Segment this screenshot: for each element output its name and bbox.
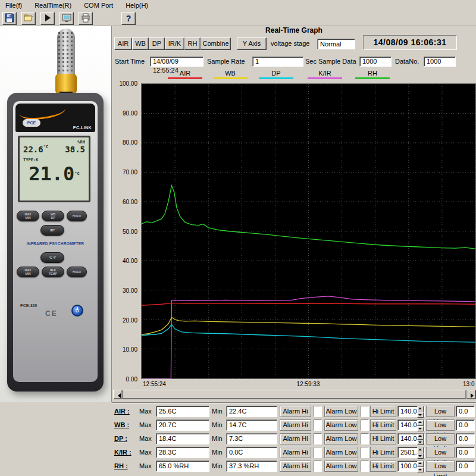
- max-label: Max: [139, 447, 155, 458]
- max-value: 25.6C: [156, 406, 209, 417]
- spinner-control[interactable]: [417, 406, 424, 418]
- spinner-control[interactable]: [417, 434, 424, 445]
- alarm-hi-lamp: [314, 419, 322, 431]
- scroll-left-arrow[interactable]: [113, 390, 123, 399]
- hi-limit-input[interactable]: 100.0: [397, 461, 425, 472]
- legend-item-rh: RH: [355, 70, 390, 79]
- y-tick: 0.00: [112, 376, 137, 383]
- alarm-hi-lamp: [314, 461, 322, 472]
- table-row-air: AIR :Max25.6CMin22.4CAlarm HiAlarm LowHi…: [112, 406, 476, 418]
- page-title: Real-Time Graph: [112, 26, 476, 35]
- menu-bar: File(f) RealTime(R) COM Port Help(H): [0, 0, 476, 11]
- low-limit-input[interactable]: 0.0: [456, 419, 475, 431]
- chart-lines: [142, 84, 475, 378]
- monitor-button[interactable]: [60, 12, 74, 25]
- max-label: Max: [139, 406, 155, 417]
- low-limit-input[interactable]: 0.0: [456, 433, 475, 444]
- table-row-dp: DP :Max18.4CMin7.3CAlarm HiAlarm LowHi L…: [112, 433, 476, 445]
- row-name: DP :: [114, 433, 140, 444]
- device-header: PCE PC-LINK: [15, 104, 95, 132]
- alarm-low-lamp: [361, 406, 369, 417]
- tab-wb[interactable]: WB: [132, 37, 149, 50]
- low-limit-input[interactable]: 0.0: [456, 447, 475, 458]
- alarm-low-label: Alarm Low: [324, 447, 358, 458]
- sec-label: Sec: [305, 58, 317, 65]
- table-row-kir: K/IR :Max28.3CMin0.0CAlarm HiAlarm LowHi…: [112, 447, 476, 459]
- legend-label: WB: [213, 70, 248, 77]
- probe-vents: [57, 31, 75, 73]
- device-product-label: INFRARED PSYCHROMETER: [13, 242, 98, 246]
- tab-combine[interactable]: Combine: [201, 37, 231, 50]
- horizontal-scrollbar[interactable]: [113, 390, 476, 399]
- spinner-control[interactable]: [417, 461, 424, 472]
- y-tick: 100.00: [112, 80, 137, 87]
- print-button[interactable]: [79, 12, 93, 25]
- device-button-irk-temp: IR-KTEMP: [42, 267, 64, 277]
- x-tick-end: 13:0: [463, 381, 474, 387]
- hi-limit-input[interactable]: 140.0: [397, 406, 425, 417]
- sample-data-value: 1000: [359, 57, 392, 67]
- tab-air[interactable]: AIR: [114, 37, 132, 50]
- scroll-right-arrow[interactable]: [466, 390, 476, 399]
- readings-table: AIR :Max25.6CMin22.4CAlarm HiAlarm LowHi…: [112, 406, 476, 474]
- hi-limit-label: Hi Limit: [370, 419, 396, 431]
- min-label: Min: [212, 419, 226, 431]
- device-model-label: PCE-320: [20, 303, 37, 308]
- legend-item-kir: K/IR: [308, 70, 342, 79]
- hi-limit-input[interactable]: 140.0: [397, 419, 425, 431]
- low-limit-input[interactable]: 0.0: [456, 406, 475, 417]
- min-label: Min: [212, 433, 226, 444]
- help-button[interactable]: ?: [121, 12, 136, 25]
- alarm-low-lamp: [361, 447, 369, 458]
- lcd-humidity: 38.5: [65, 145, 85, 154]
- low-limit-label: Low Limit: [426, 447, 455, 458]
- play-icon: [43, 13, 52, 24]
- device-body: PCE PC-LINK %RH 22.6°C 38.5 TYPE-K 21.0°…: [7, 93, 104, 392]
- voltage-stage-value[interactable]: Normal: [317, 39, 355, 49]
- toolbar: ?: [0, 11, 476, 26]
- spinner-control[interactable]: [417, 447, 424, 459]
- hi-limit-input[interactable]: 140.0: [397, 433, 425, 444]
- min-value: 14.7C: [226, 419, 277, 431]
- min-label: Min: [212, 447, 226, 458]
- sample-rate-input[interactable]: 1: [252, 57, 303, 67]
- min-label: Min: [212, 461, 226, 472]
- legend-label: AIR: [168, 70, 202, 77]
- hi-limit-label: Hi Limit: [370, 447, 396, 458]
- alarm-hi-lamp: [314, 406, 322, 417]
- monitor-icon: [62, 13, 71, 24]
- max-value: 20.7C: [156, 419, 209, 431]
- help-icon: ?: [126, 14, 131, 23]
- start-button[interactable]: [40, 12, 55, 25]
- menu-com-port[interactable]: COM Port: [79, 0, 118, 10]
- max-value: 28.3C: [156, 447, 209, 458]
- spinner-control[interactable]: [417, 420, 424, 431]
- low-limit-label: Low Limit: [426, 433, 455, 444]
- ce-mark: CE: [45, 309, 58, 318]
- y-tick: 40.00: [112, 258, 137, 264]
- hi-limit-input[interactable]: 2501.0: [397, 447, 425, 458]
- device-button-hold: HOLD: [67, 211, 87, 221]
- device-button-hold-2: HOLD: [67, 267, 87, 277]
- menu-realtime[interactable]: RealTime(R): [29, 0, 77, 10]
- y-tick: 70.00: [112, 169, 137, 176]
- printer-icon: [81, 13, 90, 24]
- table-row-rh: RH :Max65.0 %RHMin37.3 %RHAlarm HiAlarm …: [112, 461, 476, 472]
- legend-color-bar: [213, 77, 248, 79]
- tab-irk[interactable]: IR/K: [165, 37, 184, 50]
- low-limit-input[interactable]: 0.0: [456, 461, 475, 472]
- device-button-max-min: MAXMIN: [17, 211, 39, 221]
- y-axis-button[interactable]: Y Axis: [237, 37, 267, 50]
- start-time-label: Start Time: [115, 58, 145, 65]
- save-button[interactable]: [2, 12, 17, 25]
- menu-file[interactable]: File(f): [0, 0, 27, 10]
- menu-help[interactable]: Help(H): [120, 0, 154, 10]
- sample-data-label: Sample Data: [318, 58, 356, 65]
- scrollbar-thumb[interactable]: [123, 390, 466, 399]
- open-button[interactable]: [21, 12, 36, 25]
- low-limit-label: Low Limit: [426, 461, 455, 472]
- legend-item-wb: WB: [213, 70, 248, 79]
- tab-rh[interactable]: RH: [184, 37, 201, 50]
- row-name: RH :: [114, 461, 140, 472]
- tab-dp[interactable]: DP: [149, 37, 165, 50]
